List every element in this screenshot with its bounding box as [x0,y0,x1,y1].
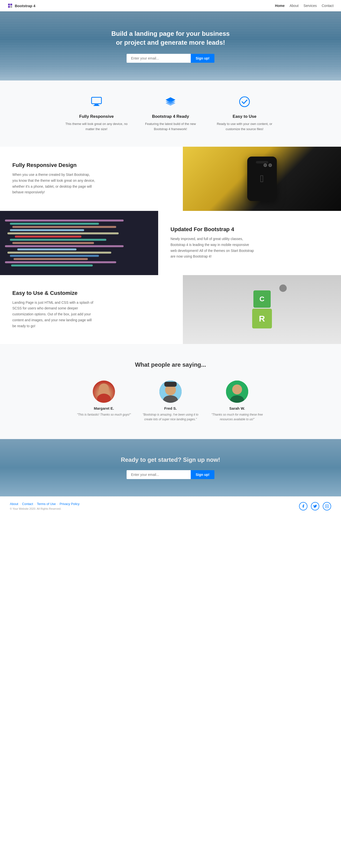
testimonials-section: What people are saying... Margaret E. "T… [0,344,341,439]
facebook-icon[interactable] [299,502,307,510]
svg-rect-4 [92,97,101,104]
svg-rect-2 [8,6,10,8]
section-customize-text: Easy to Use & Customize Landing Page is … [0,275,183,344]
feature-bootstrap-desc: Featuring the latest build of the new Bo… [138,122,203,132]
avatar-sarah [226,380,248,403]
avatar-sarah-svg [226,380,248,403]
footer-link-terms[interactable]: Terms of Use [37,502,56,506]
footer-left: About · Contact · Terms of Use · Privacy… [10,502,79,510]
testimonials-heading: What people are saying... [5,361,336,368]
feature-responsive-title: Fully Responsive [64,114,129,119]
navbar: Bootstrap 4 Home About Services Contact [0,0,341,11]
nav-home[interactable]: Home [275,4,285,8]
avatar-margaret-svg [93,380,115,403]
brand-icon [7,3,13,8]
testimonial-fred-name: Fred S. [141,406,200,410]
section-bootstrap4-text: Updated For Bootstrap 4 Newly improved, … [158,211,341,275]
section-responsive-title: Fully Responsive Design [12,162,170,168]
svg-rect-1 [10,4,12,5]
footer-link-privacy[interactable]: Privacy Policy [60,502,79,506]
brand-name: Bootstrap 4 [15,4,35,8]
section-bootstrap4-image [0,211,158,275]
cta-email-input[interactable] [127,470,191,479]
blocks-image: C R [183,275,341,344]
testimonial-sarah: Sarah W. "Thanks so much for making thes… [207,380,267,422]
footer-links: About · Contact · Terms of Use · Privacy… [10,502,79,506]
svg-point-12 [97,394,111,403]
footer-link-contact[interactable]: Contact [22,502,33,506]
hero-form: Sign up! [127,54,214,63]
testimonial-margaret-quote: "This is fantastic! Thanks so much guys!… [74,412,134,417]
avatar-margaret [93,380,115,403]
feature-bootstrap-title: Bootstrap 4 Ready [138,114,203,119]
section-customize: Easy to Use & Customize Landing Page is … [0,275,341,344]
section-responsive-body: When you use a theme created by Start Bo… [12,172,96,195]
nav-services[interactable]: Services [304,4,317,8]
section-customize-body: Landing Page is just HTML and CSS with a… [12,300,96,329]
nav-links: Home About Services Contact [275,4,334,8]
feature-easy-title: Easy to Use [212,114,277,119]
nav-contact[interactable]: Contact [322,4,334,8]
monitor-icon [64,95,129,111]
layers-icon [138,95,203,111]
feature-easy-desc: Ready to use with your own content, or c… [212,122,277,132]
block-c: C [253,290,271,308]
hero-signup-button[interactable]: Sign up! [191,54,214,63]
svg-rect-6 [94,105,99,106]
section-customize-title: Easy to Use & Customize [12,290,170,296]
svg-point-19 [232,384,242,394]
code-image [0,211,158,275]
svg-rect-5 [95,104,98,105]
feature-easy: Easy to Use Ready to use with your own c… [212,95,277,132]
avatar-fred [160,380,181,403]
brand: Bootstrap 4 [7,3,35,8]
section-responsive: Fully Responsive Design When you use a t… [0,147,341,211]
social-icons [299,502,331,510]
blocks-stack: C R [252,289,272,330]
testimonial-margaret-name: Margaret E. [74,406,134,410]
phone-image:  [183,147,341,211]
testimonials-inner: Margaret E. "This is fantastic! Thanks s… [60,380,281,422]
feature-bootstrap: Bootstrap 4 Ready Featuring the latest b… [138,95,203,132]
apple-logo-icon:  [260,173,264,184]
cta-heading: Ready to get started? Sign up now! [5,456,336,463]
cta-signup-button[interactable]: Sign up! [191,470,214,479]
section-bootstrap4-body: Newly improved, and full of great utilit… [170,236,254,259]
features-section: Fully Responsive This theme will look gr… [0,81,341,147]
footer: About · Contact · Terms of Use · Privacy… [0,496,341,516]
section-responsive-text: Fully Responsive Design When you use a t… [0,147,183,211]
testimonial-fred-quote: "Bootstrap is amazing. I've been using i… [141,412,200,422]
footer-sep-3: · [57,502,58,506]
avatar-fred-svg [160,380,181,403]
section-responsive-image:  [183,147,341,211]
section-bootstrap4: Updated For Bootstrap 4 Newly improved, … [0,211,341,275]
features-inner: Fully Responsive This theme will look gr… [60,95,281,132]
feature-responsive: Fully Responsive This theme will look gr… [64,95,129,132]
twitter-icon[interactable] [311,502,319,510]
cta-form: Sign up! [5,470,336,479]
testimonial-sarah-quote: "Thanks so much for making these free re… [207,412,267,422]
check-circle-icon [212,95,277,111]
hero-headline: Build a landing page for your business o… [111,29,230,47]
footer-sep-2: · [35,502,35,506]
svg-rect-21 [325,504,329,508]
phone-mockup:  [247,157,277,201]
svg-rect-16 [164,382,177,387]
testimonial-fred: Fred S. "Bootstrap is amazing. I've been… [141,380,200,422]
cta-section: Ready to get started? Sign up now! Sign … [0,439,341,496]
svg-rect-0 [8,4,10,5]
hero-email-input[interactable] [127,54,191,63]
hero-section: Build a landing page for your business o… [0,11,341,81]
footer-link-about[interactable]: About [10,502,18,506]
instagram-icon[interactable] [323,502,331,510]
nav-about[interactable]: About [289,4,299,8]
section-bootstrap4-title: Updated For Bootstrap 4 [170,226,329,232]
svg-point-10 [240,97,249,107]
block-r: R [252,309,272,329]
svg-rect-3 [10,6,12,8]
footer-sep-1: · [20,502,21,506]
feature-responsive-desc: This theme will look great on any device… [64,122,129,132]
section-customize-image: C R [183,275,341,344]
svg-point-13 [99,384,108,393]
testimonial-margaret: Margaret E. "This is fantastic! Thanks s… [74,380,134,422]
